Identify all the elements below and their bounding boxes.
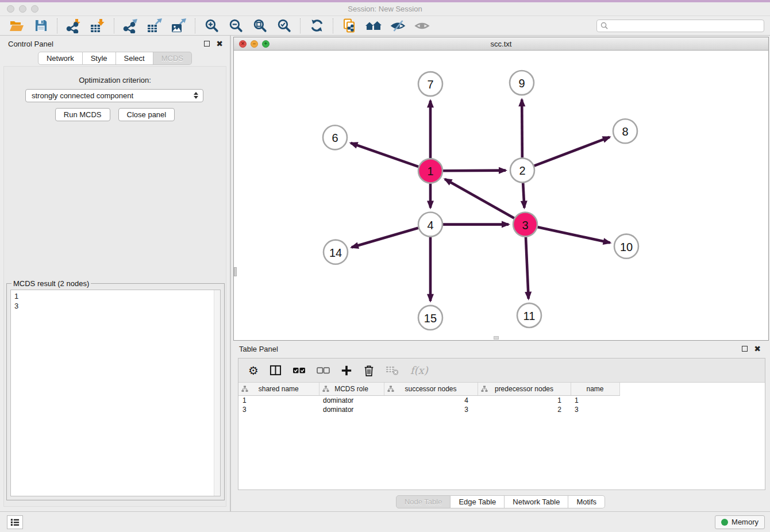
close-table-panel-icon[interactable]: ✖ (754, 345, 761, 353)
table-cell[interactable]: 1 (238, 395, 319, 405)
graph-edge-3-1[interactable] (445, 179, 514, 218)
delete-column-button[interactable] (363, 364, 375, 377)
network-minimize-button[interactable]: − (251, 40, 258, 48)
table-cell[interactable]: 1 (571, 395, 619, 405)
zoom-out-button[interactable] (225, 17, 247, 34)
graph-node-4[interactable]: 4 (418, 213, 442, 237)
graph-node-9[interactable]: 9 (510, 71, 534, 95)
mcds-tab-content: Optimization criterion: strongly connect… (3, 66, 226, 507)
graph-edge-3-10[interactable] (538, 227, 610, 242)
graph-edge-2-3[interactable] (523, 183, 524, 207)
tab-select[interactable]: Select (116, 52, 153, 65)
tab-network-table[interactable]: Network Table (505, 495, 568, 508)
graph-node-1[interactable]: 1 (418, 159, 442, 183)
graph-node-10[interactable]: 10 (614, 234, 638, 259)
table-settings-button[interactable]: ⚙ (248, 365, 259, 376)
column-header-predecessor-nodes[interactable]: predecessor nodes (478, 383, 571, 395)
table-cell[interactable]: 3 (384, 405, 478, 414)
table-cell[interactable]: dominator (319, 395, 384, 405)
graph-node-2[interactable]: 2 (510, 158, 534, 182)
run-mcds-button[interactable]: Run MCDS (55, 108, 110, 121)
delete-table-button[interactable] (386, 365, 399, 376)
show-all-button[interactable] (411, 17, 433, 34)
graph-node-11[interactable]: 11 (517, 303, 541, 327)
table-row[interactable]: 1dominator411 (238, 395, 619, 405)
import-table-button[interactable] (87, 17, 109, 34)
maximize-window-button[interactable] (31, 5, 38, 13)
deselect-all-button[interactable] (317, 365, 330, 375)
function-builder-button[interactable]: f(x) (410, 364, 428, 376)
graph-node-8[interactable]: 8 (613, 119, 637, 143)
column-header-successor-nodes[interactable]: successor nodes (384, 383, 478, 395)
tab-mcds[interactable]: MCDS (153, 52, 192, 65)
result-scrollbar[interactable] (214, 290, 220, 496)
network-maximize-button[interactable]: + (262, 40, 270, 48)
hide-selected-button[interactable] (387, 17, 409, 34)
network-window-titlebar[interactable]: ✕ − + scc.txt (234, 37, 768, 51)
tab-edge-table[interactable]: Edge Table (451, 495, 505, 508)
float-panel-icon[interactable] (204, 41, 210, 47)
float-table-panel-icon[interactable] (742, 346, 748, 352)
table-cell[interactable]: 3 (238, 405, 319, 414)
graph-node-15[interactable]: 15 (418, 306, 442, 330)
mcds-result-text[interactable]: 13 (10, 290, 221, 496)
graph-edge-1-6[interactable] (351, 143, 418, 167)
minimize-window-button[interactable] (19, 5, 26, 13)
column-header-MCDS-role[interactable]: MCDS role (319, 383, 384, 395)
tab-node-table[interactable]: Node Table (396, 495, 451, 508)
network-close-button[interactable]: ✕ (239, 40, 247, 48)
tab-style[interactable]: Style (83, 52, 116, 65)
duplicate-network-button[interactable] (338, 17, 360, 34)
memory-button[interactable]: Memory (715, 515, 765, 529)
task-history-button[interactable] (7, 515, 23, 529)
table-cell[interactable]: 4 (384, 395, 478, 405)
table-cell[interactable]: dominator (319, 405, 384, 414)
mcds-result-line: 3 (14, 301, 211, 311)
close-panel-icon[interactable]: ✖ (216, 40, 223, 48)
graph-node-3[interactable]: 3 (513, 213, 537, 237)
select-chevrons-icon (194, 92, 198, 99)
zoom-fit-button[interactable] (249, 17, 271, 34)
table-row[interactable]: 3dominator323 (238, 405, 619, 414)
table-cell[interactable]: 2 (478, 405, 571, 414)
show-columns-button[interactable] (270, 364, 282, 376)
search-box[interactable] (596, 20, 764, 32)
table-cell[interactable]: 3 (571, 405, 619, 414)
svg-text:7: 7 (427, 78, 433, 91)
graph-edge-1-2[interactable] (443, 171, 506, 171)
export-table-button[interactable] (144, 17, 165, 34)
import-network-button[interactable] (63, 17, 84, 34)
graph-edge-2-9[interactable] (522, 99, 522, 157)
graph-node-6[interactable]: 6 (323, 125, 347, 149)
graph-edge-4-14[interactable] (352, 228, 418, 248)
create-column-button[interactable] (341, 365, 352, 376)
canvas-vscroll-handle[interactable] (234, 267, 237, 276)
zoom-in-button[interactable] (201, 17, 222, 34)
criterion-select[interactable]: strongly connected component (25, 89, 203, 102)
home-button[interactable] (363, 17, 384, 34)
apply-layout-button[interactable] (306, 17, 328, 34)
column-header-shared-name[interactable]: shared name (238, 383, 319, 395)
graph-node-14[interactable]: 14 (324, 240, 348, 264)
network-canvas[interactable]: 1234678910111415 (234, 51, 768, 340)
zoom-selected-button[interactable] (273, 17, 295, 34)
search-input[interactable] (610, 22, 760, 30)
table-panel-title: Table Panel (239, 345, 278, 353)
mcds-result-fieldset: MCDS result (2 nodes) 13 (6, 279, 225, 500)
graph-node-7[interactable]: 7 (418, 72, 442, 96)
column-type-icon (387, 385, 394, 392)
graph-edge-2-8[interactable] (534, 137, 610, 166)
close-panel-button[interactable]: Close panel (118, 108, 175, 121)
export-image-button[interactable] (168, 17, 190, 34)
open-session-button[interactable] (6, 17, 28, 34)
graph-edge-3-11[interactable] (526, 237, 529, 299)
canvas-hscroll-handle[interactable] (494, 336, 499, 340)
export-network-button[interactable] (120, 17, 141, 34)
tab-network[interactable]: Network (38, 52, 83, 65)
select-all-button[interactable] (292, 365, 306, 375)
table-cell[interactable]: 1 (478, 395, 571, 405)
column-header-name[interactable]: name (571, 383, 619, 395)
save-session-button[interactable] (30, 17, 52, 34)
close-window-button[interactable] (7, 5, 14, 13)
tab-motifs[interactable]: Motifs (568, 495, 605, 508)
